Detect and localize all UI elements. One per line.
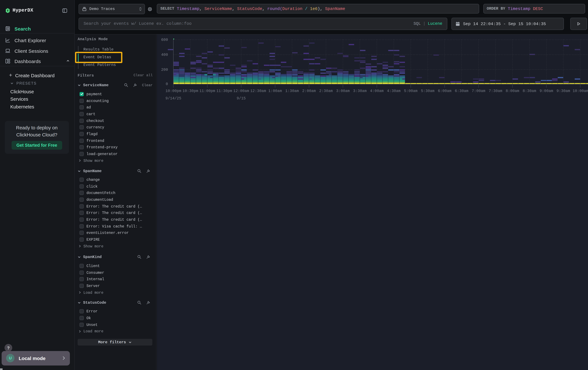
- svg-text:11:00pm: 11:00pm: [199, 89, 215, 93]
- svg-text:9/15: 9/15: [237, 96, 246, 100]
- svg-text:6:00am: 6:00am: [438, 89, 451, 93]
- svg-text:5:00am: 5:00am: [404, 89, 417, 93]
- svg-text:9/14/25: 9/14/25: [165, 96, 181, 100]
- svg-text:12:30am: 12:30am: [250, 89, 266, 93]
- svg-text:11:30pm: 11:30pm: [216, 89, 232, 93]
- svg-text:1:30am: 1:30am: [285, 89, 299, 93]
- svg-text:7:00am: 7:00am: [472, 89, 485, 93]
- svg-text:400: 400: [161, 53, 168, 57]
- svg-text:7:30am: 7:30am: [489, 89, 502, 93]
- svg-text:2:00am: 2:00am: [302, 89, 315, 93]
- svg-text:200: 200: [161, 68, 168, 72]
- svg-text:1:00am: 1:00am: [268, 89, 282, 93]
- svg-text:9:30am: 9:30am: [556, 89, 570, 93]
- svg-text:3:00am: 3:00am: [336, 89, 349, 93]
- svg-text:5:30am: 5:30am: [421, 89, 434, 93]
- svg-text:6:30am: 6:30am: [455, 89, 468, 93]
- svg-text:2:30am: 2:30am: [319, 89, 333, 93]
- svg-text:3:30am: 3:30am: [353, 89, 367, 93]
- svg-text:4:30am: 4:30am: [387, 89, 400, 93]
- svg-text:12:00am: 12:00am: [233, 89, 249, 93]
- svg-text:9:00am: 9:00am: [539, 89, 553, 93]
- svg-text:0: 0: [166, 82, 168, 86]
- svg-text:8:30am: 8:30am: [523, 89, 536, 93]
- svg-text:600: 600: [161, 38, 168, 42]
- svg-text:10:00am: 10:00am: [572, 89, 588, 93]
- svg-text:4:00am: 4:00am: [370, 89, 383, 93]
- svg-text:8:00am: 8:00am: [505, 89, 519, 93]
- svg-text:10:00pm: 10:00pm: [165, 89, 181, 93]
- svg-text:10:30pm: 10:30pm: [182, 89, 198, 93]
